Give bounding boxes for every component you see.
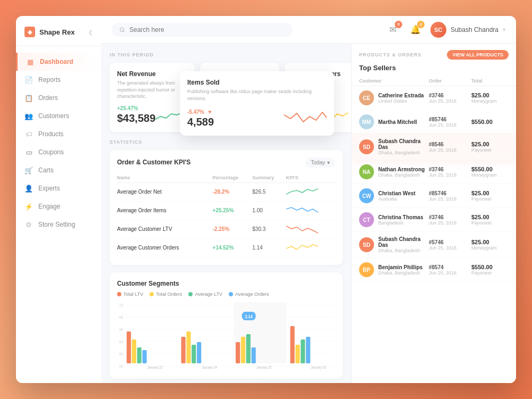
seller-details: Martha Mitchell bbox=[378, 119, 417, 125]
notification-button[interactable]: 🔔 2 bbox=[408, 22, 423, 37]
kpi-desc: The generated always from repetition inj… bbox=[117, 80, 187, 100]
email-button[interactable]: ✉ 3 bbox=[386, 22, 401, 37]
period-label: IN THIS PERIOD bbox=[110, 52, 343, 57]
seller-row[interactable]: CT Christina Thomas Bangladesh #3746 Jun… bbox=[352, 208, 516, 232]
sidebar-item-label: Customers bbox=[38, 112, 69, 120]
seller-row[interactable]: SD Subash Chandra Das Dhaka, Bangladesh … bbox=[352, 134, 516, 160]
col-kpis: KPI'S bbox=[286, 173, 335, 183]
seller-row[interactable]: CW Christian West Australia #85746 Jun 2… bbox=[352, 184, 516, 208]
sidebar-item-experts[interactable]: 👤 Experts bbox=[16, 179, 101, 197]
items-sold-card: Items Sold Publishing software like Aldu… bbox=[180, 71, 334, 136]
svg-rect-31 bbox=[290, 326, 295, 363]
stats-title: Order & Customer KPI'S bbox=[117, 159, 190, 166]
legend-item: Average LTV bbox=[188, 292, 222, 297]
svg-rect-18 bbox=[181, 337, 186, 363]
stats-header: Order & Customer KPI'S Today ▾ bbox=[117, 157, 335, 168]
seller-name: Subash Chandra Das bbox=[378, 236, 429, 248]
sidebar-item-orders[interactable]: 📋 Orders bbox=[16, 89, 101, 107]
seller-info: CE Catherine Estrada United States bbox=[359, 90, 429, 105]
seller-amount: $550.00 bbox=[471, 264, 509, 270]
seller-payment: Payoneer bbox=[471, 147, 509, 153]
seller-order-number: #8546 bbox=[429, 142, 471, 147]
seller-row[interactable]: SD Subash Chandra Das Dhaka, Bangladesh … bbox=[352, 232, 516, 258]
sidebar-item-carts[interactable]: 🛒 Carts bbox=[16, 161, 101, 179]
row-summary: $26.5 bbox=[252, 182, 286, 201]
row-summary: 1.14 bbox=[252, 238, 286, 257]
seller-details: Christina Thomas Bangladesh bbox=[378, 214, 423, 226]
svg-rect-13 bbox=[127, 331, 131, 363]
sidebar-item-label: Reports bbox=[38, 76, 61, 84]
seller-details: Catherine Estrada United States bbox=[378, 93, 424, 104]
sidebar-item-label: Orders bbox=[38, 94, 58, 102]
seller-order-number: #3746 bbox=[429, 93, 471, 98]
seller-name: Nathan Armstrong bbox=[378, 167, 425, 172]
sidebar-item-reports[interactable]: 📄 Reports bbox=[16, 71, 101, 89]
seller-details: Subash Chandra Das Dhaka, Bangladesh bbox=[378, 138, 429, 155]
seller-order-number: #3746 bbox=[429, 167, 471, 172]
col-percentage: Percentage bbox=[213, 173, 253, 183]
email-badge: 3 bbox=[395, 21, 402, 28]
sidebar-item-products[interactable]: 🏷 Products bbox=[16, 125, 101, 143]
kpi-change: +25.47% bbox=[117, 105, 155, 111]
seller-order-number: #5746 bbox=[429, 239, 471, 245]
seller-details: Benjamin Phillips Dhaka, Bangladesh bbox=[378, 264, 422, 276]
seller-date: Jun 25, 2018 bbox=[429, 98, 471, 104]
sidebar-collapse-icon[interactable]: ❮ bbox=[88, 29, 93, 35]
customers-icon: 👥 bbox=[24, 112, 33, 120]
seller-details: Subash Chandra Das Dhaka, Bangladesh bbox=[378, 236, 429, 253]
svg-rect-33 bbox=[301, 339, 305, 363]
sellers-list: CE Catherine Estrada United States #3746… bbox=[352, 86, 516, 383]
view-all-button[interactable]: VIEW ALL PRODUCTS bbox=[447, 50, 509, 60]
today-button[interactable]: Today ▾ bbox=[305, 157, 335, 168]
legend-item: Total LTV bbox=[117, 292, 143, 297]
row-pct: -2.25% bbox=[213, 220, 253, 238]
seller-location: Dhaka, Bangladesh bbox=[378, 270, 422, 276]
seller-date: Jun 25, 2018 bbox=[429, 270, 471, 276]
sellers-table-header: Customer Order Total bbox=[352, 76, 516, 86]
search-input[interactable] bbox=[129, 26, 285, 34]
seller-amount: $25.00 bbox=[471, 190, 509, 196]
svg-rect-15 bbox=[137, 347, 142, 363]
svg-rect-20 bbox=[192, 345, 196, 363]
items-sold-value: 4,589 bbox=[187, 116, 214, 128]
seller-info: SD Subash Chandra Das Dhaka, Bangladesh bbox=[359, 236, 429, 253]
seller-name: Christina Thomas bbox=[378, 214, 423, 220]
seller-name: Catherine Estrada bbox=[378, 93, 424, 98]
sidebar-item-store-setting[interactable]: ⚙ Store Setting bbox=[16, 215, 101, 234]
svg-rect-14 bbox=[132, 339, 136, 363]
svg-rect-32 bbox=[295, 345, 300, 363]
row-summary: $30.3 bbox=[252, 220, 286, 238]
sidebar-item-dashboard[interactable]: ▦ Dashboard bbox=[16, 53, 101, 71]
seller-row[interactable]: MM Martha Mitchell #85746 Jun 25, 2018 $… bbox=[352, 110, 516, 134]
kpi-title: Net Revenue bbox=[117, 70, 187, 78]
svg-text:02: 02 bbox=[119, 351, 123, 356]
notification-badge: 2 bbox=[417, 21, 425, 28]
seller-location: Dhaka, Bangladesh bbox=[378, 150, 429, 155]
seller-avatar: CE bbox=[359, 90, 374, 105]
seller-date: Jun 25, 2018 bbox=[429, 220, 471, 226]
seller-name: Christian West bbox=[378, 190, 415, 196]
seller-row[interactable]: BP Benjamin Phillips Dhaka, Bangladesh #… bbox=[352, 258, 516, 282]
svg-text:January 25: January 25 bbox=[256, 365, 272, 370]
seller-order-info: #8546 Jun 25, 2018 bbox=[429, 142, 471, 153]
logo-area[interactable]: ◈ Shape Rex ❮ bbox=[16, 16, 101, 46]
col-name: Name bbox=[117, 173, 213, 183]
seller-info: CT Christina Thomas Bangladesh bbox=[359, 212, 429, 227]
user-profile[interactable]: SC Subash Chandra ▾ bbox=[430, 22, 505, 38]
seller-payment-info: $25.00 Payoneer bbox=[471, 214, 509, 226]
seller-date: Jun 25, 2018 bbox=[429, 196, 471, 202]
seller-row[interactable]: CE Catherine Estrada United States #3746… bbox=[352, 86, 516, 110]
svg-text:January 23: January 23 bbox=[147, 365, 163, 370]
seller-row[interactable]: NA Nathan Armstrong Dhaka, Bangladesh #3… bbox=[352, 160, 516, 184]
row-name: Average Customer Orders bbox=[117, 238, 213, 257]
seller-date: Jun 25, 2018 bbox=[429, 172, 471, 178]
search-box[interactable] bbox=[112, 23, 293, 37]
sidebar-item-customers[interactable]: 👥 Customers bbox=[16, 107, 101, 125]
sidebar-item-label: Store Setting bbox=[38, 221, 75, 228]
sidebar-item-coupons[interactable]: 🎟 Coupons bbox=[16, 143, 101, 161]
sidebar-item-engage[interactable]: ⚡ Engage bbox=[16, 197, 101, 215]
svg-text:10: 10 bbox=[119, 302, 123, 307]
engage-icon: ⚡ bbox=[24, 202, 33, 211]
seller-avatar: SD bbox=[359, 237, 374, 252]
kpi-value: $43,589 bbox=[117, 112, 155, 124]
